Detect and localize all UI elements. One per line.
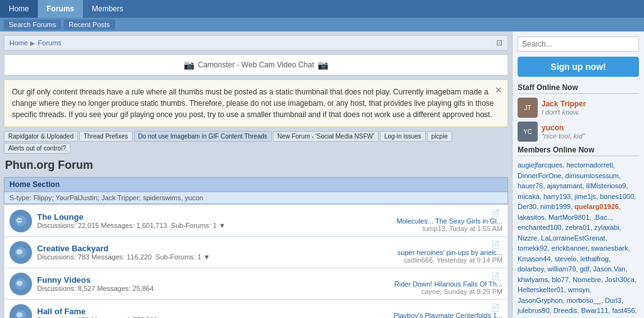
member-link[interactable]: lethalfrog: [580, 255, 609, 263]
page-title: Phun.org Forum: [4, 159, 508, 172]
ql-no-imagebam[interactable]: Do not use Imagebam in GIF Content Threa…: [134, 131, 272, 142]
svg-point-4: [21, 220, 23, 221]
staff-status-yucon: "nice tool, kid": [541, 132, 585, 140]
staff-status-jack: I don't know.: [541, 108, 586, 116]
nav-home[interactable]: Home: [0, 0, 38, 18]
forum-name-funny[interactable]: Funny Videos: [37, 275, 359, 285]
quick-links-bar: Rapidgator & Uploaded Thread Prefixes Do…: [4, 131, 508, 154]
forum-row-hof: Hall of Fame Discussions: 879 Messages: …: [4, 300, 508, 318]
forum-latest-title-lounge[interactable]: Molecules... The Sexy Girls in Gl...: [364, 217, 502, 225]
ql-picpie[interactable]: picpie: [427, 131, 452, 142]
forum-row-creative: Creative Backyard Discussions: 783 Messa…: [4, 237, 508, 268]
staff-info-jack: Jack Tripper I don't know.: [541, 99, 586, 116]
ql-alerts[interactable]: Alerts out of control?: [4, 143, 70, 154]
member-link[interactable]: fast456: [612, 307, 635, 314]
member-link[interactable]: zebra01: [565, 224, 591, 231]
forum-latest-title-creative[interactable]: super heroines' pin-ups by arielc...: [364, 249, 502, 256]
ql-thread-prefixes[interactable]: Thread Prefixes: [79, 131, 133, 142]
forum-stats-creative: Discussions: 783 Messages: 116,220 Sub-F…: [37, 253, 359, 261]
member-link[interactable]: Nomebre: [572, 276, 601, 283]
members-online-list: augiejfarcques, hectornadorreti, DinnerF…: [518, 160, 639, 318]
member-link[interactable]: julebrus90: [518, 307, 550, 314]
member-link[interactable]: Der30: [518, 203, 536, 210]
forum-name-lounge[interactable]: The Lounge: [37, 212, 359, 222]
member-link[interactable]: Josh30ca: [605, 276, 635, 283]
member-link[interactable]: micaka: [518, 193, 540, 200]
forum-name-hof[interactable]: Hall of Fame: [37, 307, 359, 316]
member-link[interactable]: Helterskelter01: [518, 286, 564, 293]
ql-rapidgator[interactable]: Rapidgator & Uploaded: [4, 131, 78, 142]
member-link[interactable]: .Bac..: [593, 213, 611, 221]
forum-stats-lounge: Discussions: 22,015 Messages: 1,601,713 …: [37, 222, 359, 229]
staff-name-jack[interactable]: Jack Tripper: [541, 99, 586, 108]
member-link[interactable]: zylaxabi: [594, 224, 619, 231]
forum-star-icon: [14, 309, 27, 319]
member-link[interactable]: jime1js: [575, 193, 596, 200]
notice-text: Our gif only content threads have a rule…: [12, 88, 494, 119]
member-link[interactable]: dimsumlosessum: [565, 172, 619, 179]
member-link[interactable]: DinnerForOne: [518, 172, 562, 179]
search-input[interactable]: [518, 37, 639, 52]
member-link[interactable]: JasonGryphon: [518, 297, 563, 304]
member-link[interactable]: harry193: [543, 193, 570, 200]
member-link[interactable]: dolarboy: [518, 265, 543, 273]
ad-banner[interactable]: 📷 Camonster - Web Cam Video Chat 📷: [4, 54, 508, 76]
member-link[interactable]: Dreedis: [553, 307, 577, 314]
svg-point-3: [19, 220, 21, 221]
member-link[interactable]: khwlyams: [518, 276, 548, 283]
forum-name-creative[interactable]: Creative Backyard: [37, 244, 359, 253]
member-link[interactable]: ajaysamant: [547, 182, 582, 190]
member-link[interactable]: Kmason44: [518, 255, 551, 263]
member-link[interactable]: Jason.Van: [593, 265, 625, 273]
member-link[interactable]: stevelo: [555, 255, 577, 263]
member-link[interactable]: bones1000: [600, 193, 634, 200]
forum-stats-funny: Discussions: 8,527 Messages: 25,864: [37, 285, 359, 292]
breadcrumb: Home ▶ Forums ⊡: [4, 35, 508, 50]
breadcrumb-home[interactable]: Home: [9, 39, 28, 47]
signup-button[interactable]: Sign up now!: [518, 57, 639, 77]
forum-paint-icon: [14, 246, 27, 259]
ad-icon-left: 📷: [184, 60, 194, 70]
staff-avatar-yucon: YC: [518, 122, 538, 142]
member-link[interactable]: enchanted100: [518, 224, 562, 231]
member-link[interactable]: hauer76: [518, 182, 543, 190]
nav-members[interactable]: Members: [83, 0, 132, 18]
member-link[interactable]: gdf: [580, 265, 589, 273]
forum-latest-by-lounge: lump13, Today at 1:55 AM: [423, 225, 502, 232]
forum-icon-creative: [9, 241, 32, 264]
forum-video-icon: [14, 278, 27, 290]
member-link[interactable]: Bwar111: [581, 307, 608, 314]
ql-new-forum[interactable]: New Forum - 'Social Media NSFW': [273, 131, 379, 142]
member-link[interactable]: william79: [548, 265, 576, 273]
forum-latest-title-funny[interactable]: Rider Down! Hilarious Falls Of Th...: [364, 280, 502, 288]
member-link[interactable]: tomekk92: [518, 244, 548, 252]
member-link[interactable]: quelarg01926: [575, 203, 619, 210]
member-link[interactable]: Nizzre: [518, 234, 537, 242]
member-link[interactable]: erickbanner: [552, 244, 587, 252]
forum-info-lounge: The Lounge Discussions: 22,015 Messages:…: [37, 212, 359, 229]
member-link[interactable]: Durl3: [605, 297, 621, 304]
nav-forums[interactable]: Forums: [38, 0, 83, 18]
staff-name-yucon[interactable]: yucon: [541, 123, 585, 132]
member-link[interactable]: blo77: [552, 276, 569, 283]
member-link[interactable]: augiejfarcques: [518, 161, 563, 169]
breadcrumb-forums[interactable]: Forums: [38, 39, 61, 47]
member-link[interactable]: LaLorraineEstGrenat: [541, 234, 605, 242]
member-link[interactable]: hectornadorreti: [567, 161, 613, 169]
member-link[interactable]: swariesbark: [591, 244, 628, 252]
member-link[interactable]: morboso__: [567, 297, 601, 304]
member-link[interactable]: lilMisterioso9: [586, 182, 626, 190]
member-link[interactable]: lakasitos: [518, 213, 545, 221]
search-forums-btn[interactable]: Search Forums: [4, 20, 61, 30]
notice-box: Our gif only content threads have a rule…: [4, 79, 508, 127]
forum-latest-funny: 📄 Rider Down! Hilarious Falls Of Th... c…: [364, 272, 502, 295]
forum-row-lounge: The Lounge Discussions: 22,015 Messages:…: [4, 205, 508, 237]
member-link[interactable]: wmsyn: [568, 286, 589, 293]
notice-close-btn[interactable]: ✕: [495, 84, 502, 97]
member-link[interactable]: MartMor9801: [548, 213, 589, 221]
ql-login-issues[interactable]: Log-in issues: [380, 131, 426, 142]
member-link[interactable]: nimb1999: [540, 203, 570, 210]
breadcrumb-external-icon[interactable]: ⊡: [496, 38, 502, 47]
recent-posts-btn[interactable]: Recent Posts: [64, 20, 114, 30]
forum-latest-title-hof[interactable]: Playboy's Playmate Centerfolds 1...: [364, 312, 502, 318]
